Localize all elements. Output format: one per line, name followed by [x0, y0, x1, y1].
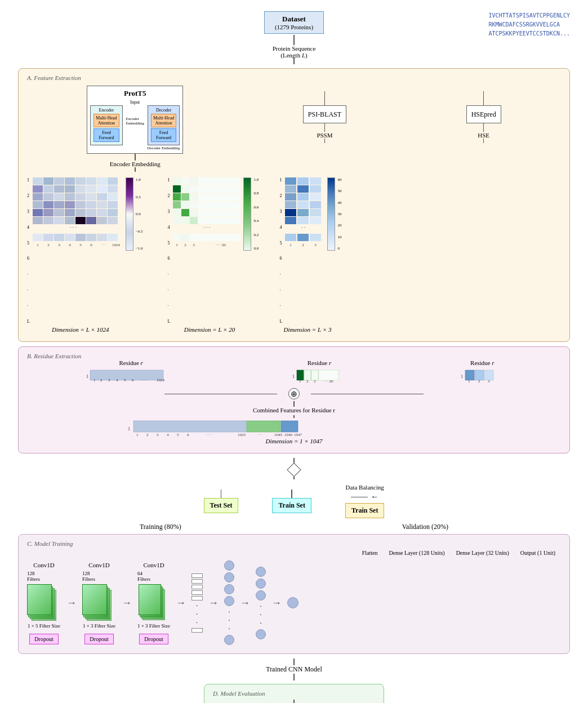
svg-rect-37 — [86, 209, 96, 216]
test-set-box: Test Set — [204, 498, 239, 513]
d32-c2 — [256, 579, 266, 589]
validation-label: Validation (20%) — [402, 523, 448, 531]
training-label: Training (80%) — [140, 523, 181, 531]
svg-rect-50 — [43, 234, 54, 241]
svg-text:2: 2 — [100, 378, 103, 382]
svg-text:2: 2 — [478, 379, 480, 384]
combined-dim: Dimension = 1 × 1047 — [265, 438, 322, 444]
prot5-box: ProtT5 Input Encoder Multi-HeadAttention… — [87, 86, 183, 154]
arrow-5: → — [240, 597, 250, 609]
d128-c2 — [224, 572, 234, 582]
svg-text:2: 2 — [306, 379, 309, 384]
f-sq6 — [191, 628, 203, 633]
svg-text:5: 5 — [79, 243, 82, 247]
svg-rect-73 — [173, 193, 181, 201]
svg-rect-41 — [43, 217, 54, 224]
svg-rect-109 — [310, 201, 321, 208]
svg-text:5: 5 — [124, 378, 126, 382]
svg-rect-113 — [285, 217, 296, 224]
svg-rect-2 — [54, 177, 64, 185]
svg-text:3: 3 — [314, 379, 316, 384]
arrow-2: → — [122, 597, 132, 609]
d128-c1 — [224, 560, 234, 571]
svg-rect-19 — [65, 193, 75, 201]
svg-rect-150 — [133, 421, 246, 432]
svg-rect-117 — [285, 234, 296, 241]
svg-text:1024: 1024 — [112, 243, 121, 247]
conv1-label: Conv1D — [33, 562, 54, 568]
hsepred-title: HSEpred — [471, 110, 496, 119]
dense128-section: ··· — [224, 560, 234, 645]
svg-rect-3 — [65, 177, 75, 185]
svg-rect-34 — [54, 209, 64, 216]
pssm-label: PSSM — [317, 132, 332, 139]
combined-section: ⊕ Combined Features for Residue r 1 1 2 … — [27, 388, 561, 444]
f-sq5 — [191, 596, 203, 600]
svg-rect-83 — [190, 209, 198, 216]
svg-rect-17 — [43, 193, 54, 201]
section-d: D. Model Evaluation Residue Predictions … — [204, 684, 384, 703]
svg-text:1: 1 — [290, 243, 292, 247]
svg-rect-100 — [310, 177, 321, 185]
dataset-title: Dataset — [275, 15, 313, 24]
encoder-emb-arrow: EncoderEmbedding — [126, 117, 144, 126]
svg-text:4: 4 — [116, 378, 118, 382]
residue-vectors-row: Residue r 1 1 2 3 4 5 6 · · · 1024 Resid… — [27, 359, 561, 384]
svg-rect-32 — [33, 209, 43, 216]
svg-text:6: 6 — [187, 433, 189, 437]
svg-rect-30 — [97, 201, 107, 208]
conv1-size: 1 × 5 Filter Size — [28, 623, 60, 629]
svg-rect-0 — [33, 177, 43, 185]
svg-text:1: 1 — [128, 426, 130, 431]
dense32-circles: ··· — [256, 567, 266, 639]
mha-decoder: Multi-HeadAttention — [151, 114, 176, 127]
svg-rect-78 — [181, 201, 189, 208]
protein-seq-aside: IVCHTTATSPISAVTCPPGENLCY RKMWCDAFCSSRGKV… — [489, 11, 571, 38]
svg-rect-8 — [33, 185, 43, 193]
f-sq4 — [191, 590, 203, 595]
svg-rect-15 — [108, 185, 118, 193]
encoder-block: Encoder Multi-HeadAttention FeedForward — [90, 105, 122, 145]
svg-rect-92 — [190, 234, 198, 241]
svg-text:·  ·  ·: · · · — [203, 224, 211, 230]
svg-rect-46 — [97, 217, 107, 224]
train-test-row: Test Set Train Set Data Balancing ← Trai… — [18, 484, 570, 518]
svg-text:· · · 20: · · · 20 — [323, 379, 333, 384]
svg-rect-25 — [43, 201, 54, 208]
encoder-residue-svg: 1 1 2 3 4 5 6 · · · 1024 — [83, 368, 179, 384]
svg-rect-119 — [310, 234, 321, 241]
decoder-emb-label: Decoder Embedding — [90, 146, 180, 150]
f-sq3 — [191, 585, 203, 589]
svg-text:2: 2 — [47, 243, 50, 247]
seq3: ATCPSKKPYEEVTCCSTDKCN... — [489, 29, 571, 38]
conv3-filters: 64Filters — [137, 571, 150, 582]
svg-rect-1 — [43, 177, 54, 185]
svg-rect-24 — [33, 201, 43, 208]
train-set-label: Train Set — [278, 501, 305, 509]
svg-rect-105 — [297, 193, 309, 201]
f-sq2 — [191, 579, 203, 584]
svg-rect-85 — [173, 217, 181, 224]
svg-rect-51 — [54, 234, 64, 241]
svg-rect-52 — [65, 234, 75, 241]
prot5-input: Input — [90, 100, 180, 105]
encoder-colorbar — [126, 177, 133, 251]
svg-rect-103 — [310, 185, 321, 193]
encoder-heatmap-svg: // Inline SVG generation will be done be… — [33, 177, 123, 251]
d32-c4 — [256, 629, 266, 639]
svg-rect-13 — [86, 185, 96, 193]
conv2-filters: 128Filters — [82, 571, 95, 582]
svg-rect-27 — [65, 201, 75, 208]
svg-text:1: 1 — [292, 374, 295, 379]
hse-label: HSE — [478, 132, 489, 139]
test-set-label: Test Set — [210, 501, 233, 509]
svg-rect-69 — [173, 185, 181, 193]
encoder-hm-yaxis: 123456···L — [27, 177, 30, 324]
arrow-1: → — [66, 597, 77, 609]
svg-rect-111 — [297, 209, 309, 216]
dropout2-box: Dropout — [84, 634, 113, 644]
section-c-label: C. Model Training — [27, 540, 561, 547]
svg-rect-26 — [54, 201, 64, 208]
hse-colorbar-labels: 6050403020100 — [337, 177, 341, 251]
dense1-header: Dense Layer (128 Units) — [389, 550, 445, 556]
